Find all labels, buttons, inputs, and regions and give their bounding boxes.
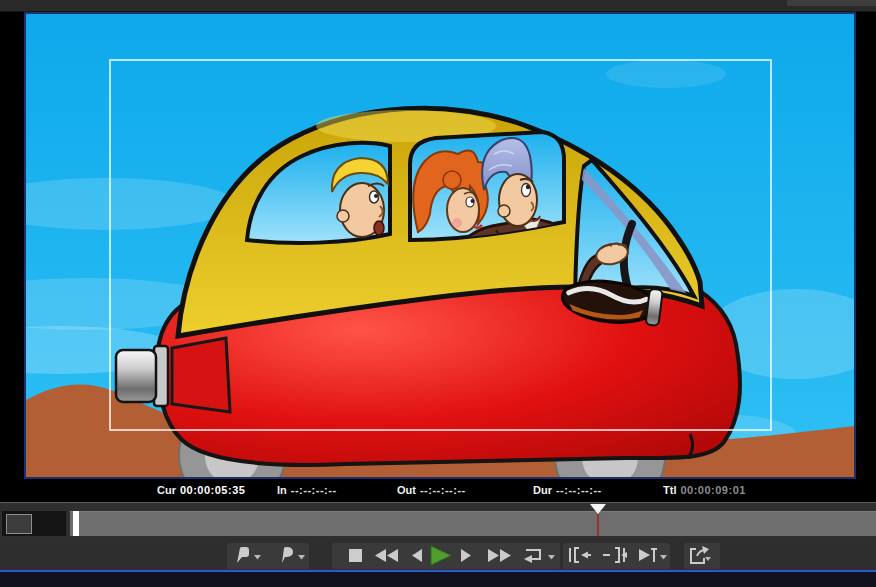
go-to-in-icon [567,546,592,564]
chevron-down-icon [298,555,306,560]
ttl-label: Ttl [663,484,676,496]
fast-forward-icon [486,548,512,563]
video-preview-frame [24,12,856,479]
scrub-track[interactable] [70,511,876,536]
bottom-taskbar [0,572,876,587]
scrub-zoom-box[interactable] [2,511,66,536]
play-in-to-out-dropdown[interactable] [660,555,668,560]
timecode-current: Cur00:00:05:35 [157,484,245,496]
go-to-out-icon [602,546,627,564]
transport-bar [0,539,876,570]
rewind-button[interactable] [374,548,400,563]
timecode-duration: Dur--:--:--:-- [533,484,602,496]
scrubber-row [0,502,876,539]
in-label: In [277,484,287,496]
exhaust-bumper [116,338,230,412]
marker-flag-left-icon [235,546,250,564]
step-back-icon [411,548,423,563]
go-to-out-button[interactable] [602,546,627,564]
top-chrome-bar [0,0,876,12]
step-back-button[interactable] [411,548,423,563]
loop-dropdown[interactable] [548,555,556,560]
timecode-out: Out--:--:--:-- [397,484,466,496]
preview-video-canvas [26,14,854,477]
out-label: Out [397,484,416,496]
play-icon [429,545,453,566]
dur-label: Dur [533,484,552,496]
timecode-bar: Cur00:00:05:35 In--:--:--:-- Out--:--:--… [0,479,876,502]
fast-forward-button[interactable] [486,548,512,563]
loop-icon [521,547,543,564]
playhead-line [597,514,599,536]
scrub-start-marker[interactable] [73,511,79,536]
rewind-icon [374,548,400,563]
ttl-value: 00:00:09:01 [680,484,745,496]
play-in-to-out-button[interactable] [637,546,659,564]
marker-flag-right-icon [279,546,294,564]
step-forward-icon [460,548,472,563]
step-forward-button[interactable] [460,548,472,563]
top-chrome-segment [787,0,876,6]
chevron-down-icon [254,555,262,560]
export-frame-button[interactable] [688,545,712,565]
previous-marker-dropdown[interactable] [254,555,262,560]
chevron-down-icon [660,555,668,560]
play-in-to-out-icon [637,546,659,564]
previous-marker-button[interactable] [235,546,250,564]
dur-value: --:--:--:-- [556,484,602,496]
stop-button[interactable] [349,549,362,562]
cur-value: 00:00:05:35 [180,484,245,496]
timecode-total: Ttl00:00:09:01 [663,484,746,496]
cur-label: Cur [157,484,176,496]
out-value: --:--:--:-- [420,484,466,496]
loop-playback-button[interactable] [521,547,543,564]
chevron-down-icon [548,555,556,560]
in-value: --:--:--:-- [291,484,337,496]
playhead-triangle[interactable] [590,504,606,514]
scrub-zoom-handle[interactable] [6,514,32,534]
export-icon [688,545,712,565]
next-marker-dropdown[interactable] [298,555,306,560]
next-marker-button[interactable] [279,546,294,564]
timecode-in: In--:--:--:-- [277,484,337,496]
play-button[interactable] [429,545,453,566]
stop-icon [349,549,362,562]
go-to-in-button[interactable] [567,546,592,564]
